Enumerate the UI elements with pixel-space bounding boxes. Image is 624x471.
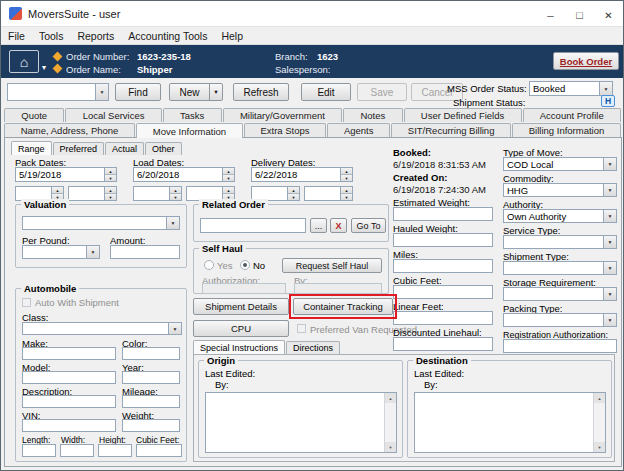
scrollbar[interactable]: [384, 393, 396, 452]
spin-up-button[interactable]: [105, 187, 116, 194]
related-order-browse-button[interactable]: ...: [310, 218, 327, 233]
tab-special-instructions[interactable]: Special Instructions: [193, 340, 285, 354]
spin-up-button[interactable]: [223, 168, 234, 175]
tab-quote[interactable]: Quote: [4, 108, 64, 122]
make-field[interactable]: [22, 347, 116, 360]
book-order-button[interactable]: Book Order: [553, 52, 619, 70]
load-date-field[interactable]: 6/20/2018: [133, 167, 235, 182]
color-field[interactable]: [122, 347, 180, 360]
menu-file[interactable]: File: [1, 30, 32, 42]
model-field[interactable]: [22, 371, 116, 384]
class-select[interactable]: [22, 322, 182, 335]
tab-sit-recurring-billing[interactable]: SIT/Recurring Billing: [391, 123, 511, 137]
tab-name-address-phone[interactable]: Name, Address, Phone: [4, 123, 135, 137]
year-field[interactable]: [122, 371, 180, 384]
spin-down-button[interactable]: [341, 175, 352, 181]
width-field[interactable]: [60, 444, 94, 457]
container-tracking-button[interactable]: Container Tracking: [293, 298, 393, 315]
destination-instructions-textarea[interactable]: [414, 392, 606, 453]
spin-down-button[interactable]: [105, 175, 116, 181]
new-dropdown-arrow-icon[interactable]: [209, 84, 222, 100]
subtab-other[interactable]: Other: [145, 142, 182, 155]
maximize-button[interactable]: [565, 1, 594, 26]
mss-order-status-select[interactable]: Booked: [529, 81, 613, 96]
tab-directions[interactable]: Directions: [286, 341, 340, 354]
menu-accounting-tools[interactable]: Accounting Tools: [121, 30, 214, 42]
chevron-down-icon[interactable]: [42, 56, 46, 74]
spin-down-button[interactable]: [288, 194, 299, 200]
authority-select[interactable]: Own Authority: [503, 209, 617, 223]
tab-user-defined-fields[interactable]: User Defined Fields: [404, 108, 522, 122]
storage-requirement-select[interactable]: [503, 287, 617, 301]
subtab-actual[interactable]: Actual: [105, 142, 144, 155]
request-self-haul-button[interactable]: Request Self Haul: [282, 258, 382, 273]
tab-account-profile[interactable]: Account Profile: [523, 108, 621, 122]
spin-up-button[interactable]: [170, 187, 181, 194]
pack-range-end-field[interactable]: [68, 186, 117, 201]
subtab-range[interactable]: Range: [11, 141, 52, 155]
commodity-select[interactable]: HHG: [503, 183, 617, 197]
shipment-details-button[interactable]: Shipment Details: [193, 298, 289, 315]
spin-down-button[interactable]: [341, 194, 352, 200]
tab-military-government[interactable]: Military/Government: [223, 108, 343, 122]
packing-type-select[interactable]: [503, 313, 617, 327]
spin-up-button[interactable]: [341, 168, 352, 175]
shipment-type-select[interactable]: [503, 261, 617, 275]
hauled-weight-field[interactable]: [393, 233, 493, 247]
home-button[interactable]: [9, 50, 39, 73]
spin-up-button[interactable]: [341, 187, 352, 194]
vin-field[interactable]: [22, 419, 116, 432]
type-of-move-select[interactable]: COD Local: [503, 157, 617, 171]
tab-extra-stops[interactable]: Extra Stops: [244, 123, 326, 137]
shipment-status-h-button[interactable]: H: [601, 95, 615, 107]
spin-up-button[interactable]: [105, 168, 116, 175]
tab-agents[interactable]: Agents: [327, 123, 390, 137]
valuation-select[interactable]: [22, 216, 180, 230]
menu-reports[interactable]: Reports: [70, 30, 121, 42]
amount-field[interactable]: [110, 245, 180, 259]
linear-feet-field[interactable]: [393, 311, 493, 325]
spin-down-button[interactable]: [105, 194, 116, 200]
minimize-button[interactable]: [536, 1, 565, 26]
service-type-select[interactable]: [503, 235, 617, 249]
description-field[interactable]: [22, 395, 116, 408]
edit-button[interactable]: Edit: [301, 83, 351, 101]
estimated-weight-field[interactable]: [393, 207, 493, 221]
delivery-range-end-field[interactable]: [304, 186, 353, 201]
discounted-linehaul-field[interactable]: [393, 337, 493, 351]
tab-billing-information[interactable]: Billing Information: [512, 123, 621, 137]
auto-cubic-feet-field[interactable]: [136, 444, 182, 457]
go-to-button[interactable]: Go To: [351, 218, 386, 233]
related-order-field[interactable]: [200, 218, 306, 233]
per-pound-select[interactable]: [22, 245, 100, 259]
related-order-clear-button[interactable]: X: [330, 218, 347, 233]
scroll-down-button[interactable]: [385, 442, 396, 452]
mileage-field[interactable]: [122, 395, 180, 408]
cpu-button[interactable]: CPU: [193, 320, 289, 337]
order-search-select[interactable]: [7, 83, 109, 101]
spin-up-button[interactable]: [223, 187, 234, 194]
subtab-preferred[interactable]: Preferred: [53, 142, 105, 155]
delivery-date-field[interactable]: 6/22/2018: [251, 167, 353, 182]
tab-move-information[interactable]: Move Information: [136, 123, 243, 138]
pack-date-field[interactable]: 5/19/2018: [15, 167, 117, 182]
spin-down-button[interactable]: [170, 194, 181, 200]
close-button[interactable]: [594, 1, 623, 26]
scrollbar[interactable]: [593, 393, 605, 452]
auto-weight-field[interactable]: [122, 419, 180, 432]
titlebar[interactable]: MoversSuite - user: [1, 1, 623, 27]
registration-authorization-field[interactable]: [503, 339, 617, 353]
spin-up-button[interactable]: [52, 187, 63, 194]
new-button[interactable]: New: [169, 83, 223, 101]
miles-field[interactable]: [393, 259, 493, 273]
spin-down-button[interactable]: [223, 175, 234, 181]
origin-instructions-textarea[interactable]: [205, 392, 397, 453]
tab-notes[interactable]: Notes: [343, 108, 402, 122]
height-field[interactable]: [98, 444, 132, 457]
refresh-button[interactable]: Refresh: [233, 83, 289, 101]
menu-tools[interactable]: Tools: [32, 30, 71, 42]
load-range-start-field[interactable]: [133, 186, 182, 201]
menu-help[interactable]: Help: [214, 30, 250, 42]
tab-local-services[interactable]: Local Services: [65, 108, 161, 122]
cubic-feet-field[interactable]: [393, 285, 493, 299]
